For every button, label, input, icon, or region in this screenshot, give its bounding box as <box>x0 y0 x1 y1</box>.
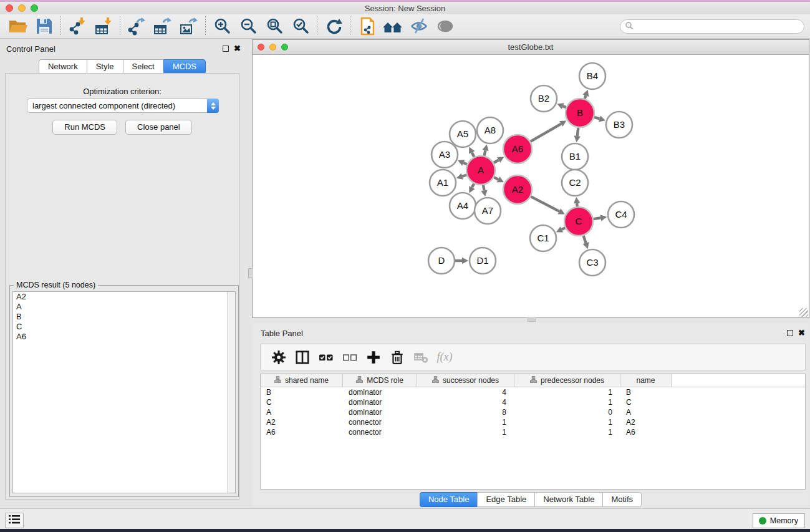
network-window-titlebar[interactable]: testGlobe.txt <box>253 40 809 55</box>
table-cell[interactable]: 4 <box>417 388 514 397</box>
table-float-icon[interactable] <box>787 330 793 336</box>
graph-node-A[interactable]: A <box>466 156 495 185</box>
result-scrollbar[interactable] <box>227 292 235 493</box>
column-header-name[interactable]: name <box>620 374 672 387</box>
column-header-shared-name[interactable]: shared name <box>261 374 343 387</box>
graph-node-C[interactable]: C <box>564 207 593 236</box>
left-grip-handle[interactable] <box>248 268 253 278</box>
table-cell[interactable]: 8 <box>417 408 514 417</box>
mcds-result-item[interactable]: A6 <box>13 332 235 342</box>
delete-columns-icon[interactable] <box>385 346 409 369</box>
table-cell[interactable]: 4 <box>417 398 514 407</box>
graph-node-A8[interactable]: A8 <box>477 117 503 143</box>
table-row[interactable]: A6connector11A6 <box>261 427 805 437</box>
zoom-in-icon[interactable] <box>209 16 235 37</box>
graph-node-A6[interactable]: A6 <box>503 135 532 163</box>
table-cell[interactable]: 1 <box>514 398 620 407</box>
tab-motifs[interactable]: Motifs <box>602 492 642 507</box>
graph-node-B1[interactable]: B1 <box>562 143 588 170</box>
save-session-icon[interactable] <box>31 16 57 37</box>
table-cell[interactable]: C <box>261 398 343 407</box>
network-canvas[interactable]: AA1A2A3A4A5A6A7A8BB1B2B3B4CC1C2C3C4DD1 <box>253 55 809 317</box>
table-cell[interactable]: C <box>620 398 672 407</box>
column-header-predecessor-nodes[interactable]: predecessor nodes <box>514 374 620 387</box>
bottom-grip-handle[interactable] <box>528 317 536 322</box>
table-cell[interactable]: connector <box>343 418 417 427</box>
graph-node-A7[interactable]: A7 <box>475 198 501 224</box>
hide-selected-icon[interactable] <box>406 16 432 37</box>
graph-node-A4[interactable]: A4 <box>450 193 476 219</box>
zoom-fit-icon[interactable] <box>261 16 287 37</box>
table-cell[interactable]: A <box>261 408 343 417</box>
table-close-icon[interactable]: ✖ <box>798 328 805 337</box>
table-cell[interactable]: 1 <box>514 418 620 427</box>
mcds-result-item[interactable]: A <box>13 302 235 312</box>
open-session-icon[interactable] <box>5 16 31 37</box>
close-panel-button[interactable]: Close panel <box>125 120 192 135</box>
task-history-button[interactable] <box>5 513 24 528</box>
export-image-icon[interactable] <box>176 16 202 37</box>
close-panel-icon[interactable]: ✖ <box>234 44 241 53</box>
table-cell[interactable]: 1 <box>417 418 514 427</box>
table-cell[interactable]: 1 <box>514 388 620 397</box>
graph-node-C1[interactable]: C1 <box>530 225 556 251</box>
import-network-icon[interactable] <box>64 16 90 37</box>
create-column-icon[interactable] <box>362 346 385 369</box>
table-row[interactable]: A2connector11A2 <box>261 417 805 427</box>
table-cell[interactable]: B <box>261 388 343 397</box>
graph-node-D1[interactable]: D1 <box>470 248 496 274</box>
graph-node-C3[interactable]: C3 <box>579 249 605 276</box>
export-network-icon[interactable] <box>123 16 150 37</box>
table-cell[interactable]: 1 <box>417 428 514 437</box>
table-cell[interactable]: dominator <box>343 408 417 417</box>
table-cell[interactable]: A6 <box>261 428 343 437</box>
graph-node-B[interactable]: B <box>566 99 594 127</box>
table-cell[interactable]: dominator <box>343 398 417 407</box>
table-cell[interactable]: A2 <box>620 418 672 427</box>
graph-node-A3[interactable]: A3 <box>432 142 458 168</box>
table-cell[interactable]: A6 <box>620 428 672 437</box>
deselect-all-columns-icon[interactable] <box>338 346 362 369</box>
graph-node-A2[interactable]: A2 <box>503 175 532 204</box>
graph-node-C4[interactable]: C4 <box>608 201 634 228</box>
graph-node-B2[interactable]: B2 <box>531 85 557 112</box>
mcds-result-item[interactable]: C <box>13 322 235 332</box>
mcds-result-item[interactable]: B <box>13 312 235 322</box>
tab-select[interactable]: Select <box>123 59 163 74</box>
run-mcds-button[interactable]: Run MCDS <box>52 120 117 135</box>
table-cell[interactable]: 1 <box>514 428 620 437</box>
float-panel-icon[interactable] <box>223 46 229 52</box>
table-cell[interactable]: A2 <box>261 418 343 427</box>
home-icon[interactable] <box>380 16 406 37</box>
table-cell[interactable]: connector <box>343 428 417 437</box>
table-cell[interactable]: A <box>620 408 672 417</box>
mcds-result-item[interactable]: A2 <box>13 292 235 302</box>
graph-node-C2[interactable]: C2 <box>562 170 588 196</box>
export-table-icon[interactable] <box>150 16 176 37</box>
tab-style[interactable]: Style <box>87 59 123 74</box>
zoom-out-icon[interactable] <box>235 16 261 37</box>
tab-network[interactable]: Network <box>39 59 87 74</box>
table-row[interactable]: Bdominator41B <box>261 387 805 397</box>
toggle-panes-icon[interactable] <box>291 346 314 369</box>
tab-mcds[interactable]: MCDS <box>163 59 206 74</box>
refresh-icon[interactable] <box>321 16 347 37</box>
table-settings-icon[interactable] <box>267 346 291 369</box>
table-row[interactable]: Cdominator41C <box>261 397 805 407</box>
tab-node-table[interactable]: Node Table <box>420 492 478 507</box>
tab-network-table[interactable]: Network Table <box>534 492 602 507</box>
memory-button[interactable]: Memory <box>753 513 805 528</box>
select-all-columns-icon[interactable] <box>314 346 338 369</box>
graph-node-B4[interactable]: B4 <box>579 63 605 89</box>
graph-node-B3[interactable]: B3 <box>606 112 632 138</box>
column-header-MCDS-role[interactable]: MCDS role <box>343 374 417 387</box>
table-cell[interactable]: 0 <box>514 408 620 417</box>
import-table-icon[interactable] <box>90 16 117 37</box>
zoom-selected-icon[interactable] <box>287 16 314 37</box>
table-cell[interactable]: B <box>620 388 672 397</box>
search-input[interactable] <box>634 21 804 32</box>
show-hidden-icon[interactable] <box>432 16 458 37</box>
table-cell[interactable]: dominator <box>343 388 417 397</box>
network-from-selection-icon[interactable] <box>354 16 380 37</box>
column-header-successor-nodes[interactable]: successor nodes <box>417 374 514 387</box>
